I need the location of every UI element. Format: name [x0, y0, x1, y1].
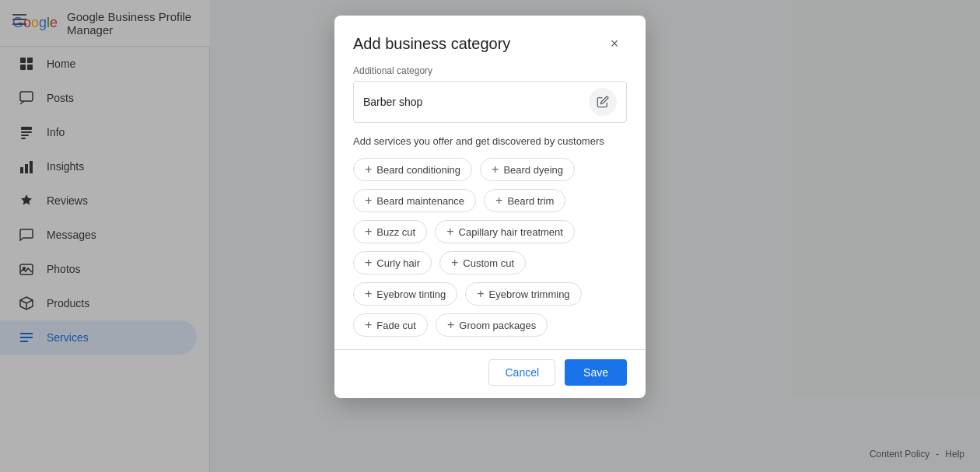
service-chip-curly-hair[interactable]: +Curly hair — [353, 251, 432, 274]
service-chip-beard-maintenance[interactable]: +Beard maintenance — [353, 189, 476, 212]
service-chip-beard-conditioning[interactable]: +Beard conditioning — [353, 158, 472, 181]
chip-plus-icon: + — [365, 288, 372, 300]
chip-label: Groom packages — [459, 320, 536, 331]
modal-backdrop: Add business category × Additional categ… — [0, 0, 980, 472]
modal-header: Add business category × — [334, 16, 646, 65]
service-chip-fade-cut[interactable]: +Fade cut — [353, 313, 428, 337]
chip-plus-icon: + — [365, 319, 372, 331]
additional-category-label: Additional category — [353, 65, 627, 76]
modal-body: Additional category Barber shop Add serv… — [334, 65, 646, 349]
chip-plus-icon: + — [365, 194, 372, 207]
service-chip-beard-trim[interactable]: +Beard trim — [484, 189, 565, 212]
chip-plus-icon: + — [451, 257, 458, 269]
chip-label: Beard trim — [507, 195, 554, 207]
service-chip-buzz-cut[interactable]: +Buzz cut — [353, 220, 427, 243]
chip-plus-icon: + — [365, 163, 372, 176]
service-chip-capillary-hair-treatment[interactable]: +Capillary hair treatment — [435, 220, 575, 243]
service-chip-eyebrow-trimming[interactable]: +Eyebrow trimming — [465, 282, 581, 306]
service-chip-eyebrow-tinting[interactable]: +Eyebrow tinting — [353, 282, 457, 306]
chip-label: Fade cut — [376, 320, 416, 331]
service-chip-custom-cut[interactable]: +Custom cut — [439, 251, 526, 274]
services-grid: +Beard conditioning+Beard dyeing+Beard m… — [353, 158, 627, 349]
modal-close-button[interactable]: × — [602, 31, 627, 56]
chip-label: Custom cut — [463, 257, 514, 269]
services-tagline: Add services you offer and get discovere… — [353, 135, 627, 147]
modal-footer: Cancel Save — [334, 349, 646, 398]
chip-plus-icon: + — [447, 319, 454, 331]
modal-title: Add business category — [353, 35, 510, 53]
chip-plus-icon: + — [492, 163, 499, 176]
category-input-row: Barber shop — [353, 81, 627, 123]
chip-plus-icon: + — [365, 257, 372, 269]
chip-label: Curly hair — [376, 257, 420, 269]
chip-plus-icon: + — [446, 226, 453, 238]
cancel-button[interactable]: Cancel — [488, 359, 555, 386]
service-chip-groom-packages[interactable]: +Groom packages — [436, 313, 548, 337]
chip-label: Capillary hair treatment — [459, 226, 563, 238]
chip-plus-icon: + — [477, 288, 484, 300]
chip-plus-icon: + — [365, 226, 372, 238]
add-category-modal: Add business category × Additional categ… — [334, 16, 646, 398]
category-value: Barber shop — [363, 96, 589, 108]
edit-category-button[interactable] — [589, 88, 617, 116]
save-button[interactable]: Save — [565, 359, 627, 386]
service-chip-beard-dyeing[interactable]: +Beard dyeing — [480, 158, 575, 181]
chip-label: Eyebrow trimming — [489, 288, 570, 300]
chip-label: Eyebrow tinting — [376, 288, 446, 300]
chip-label: Buzz cut — [376, 226, 415, 238]
chip-label: Beard maintenance — [376, 195, 464, 207]
chip-plus-icon: + — [495, 194, 502, 207]
chip-label: Beard conditioning — [376, 164, 460, 176]
pencil-icon — [597, 96, 609, 108]
chip-label: Beard dyeing — [503, 164, 563, 176]
